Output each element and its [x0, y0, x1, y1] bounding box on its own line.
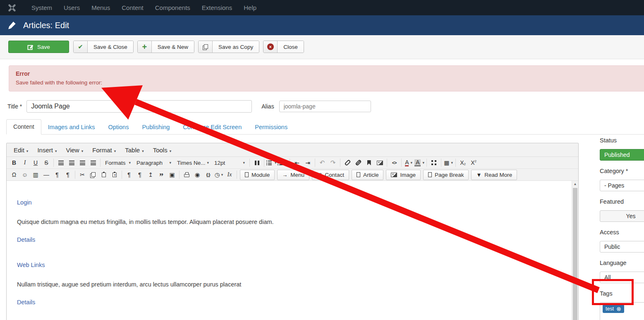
indent-icon[interactable]: ⇥: [303, 158, 313, 168]
editor-menu-format[interactable]: Format▾: [88, 147, 120, 154]
visual-chars-icon[interactable]: ¶: [124, 170, 134, 180]
tab-options[interactable]: Options: [101, 120, 135, 135]
align-right-icon[interactable]: [77, 158, 87, 168]
pagebreak-button[interactable]: Page Break: [423, 170, 469, 180]
editor-scrollbar[interactable]: ▲: [572, 181, 578, 320]
menu-item-users[interactable]: Users: [58, 0, 86, 15]
editor-menu-insert[interactable]: Insert▾: [33, 147, 61, 154]
align-center-icon[interactable]: [67, 158, 77, 168]
code-sample-icon[interactable]: {;}: [203, 170, 213, 180]
insert-image-icon[interactable]: [375, 158, 385, 168]
insert-link-icon[interactable]: [342, 158, 352, 168]
visual-blocks-icon[interactable]: ¶: [135, 170, 145, 180]
article-button[interactable]: Article: [352, 170, 384, 180]
tab-images-and-links[interactable]: Images and Links: [41, 120, 102, 135]
copy-icon[interactable]: [88, 170, 98, 180]
clear-formatting-icon[interactable]: Ix: [225, 170, 235, 180]
tags-input[interactable]: test ⊗: [600, 302, 644, 320]
text-color-icon[interactable]: A▾: [404, 158, 414, 168]
save-button[interactable]: Save: [8, 41, 69, 53]
editor-details-link[interactable]: Details: [17, 299, 562, 306]
joomla-logo-icon[interactable]: [6, 3, 18, 12]
status-select[interactable]: Published: [600, 149, 644, 161]
outdent-icon[interactable]: ⇤: [292, 158, 302, 168]
anchor-icon[interactable]: [364, 158, 374, 168]
editor-content-link[interactable]: Web Links: [17, 262, 562, 268]
align-justify-icon[interactable]: [88, 158, 98, 168]
editor-details-link[interactable]: Details: [17, 236, 562, 243]
image-button[interactable]: Image: [386, 170, 421, 180]
emoticons-icon[interactable]: ☺: [20, 170, 30, 180]
insert-media-icon[interactable]: ▥: [31, 170, 41, 180]
save-and-close-button[interactable]: ✔ Save & Close: [73, 41, 134, 53]
strikethrough-icon[interactable]: S: [41, 158, 51, 168]
tab-permissions[interactable]: Permissions: [248, 120, 294, 135]
tab-configure-edit-screen[interactable]: Configure Edit Screen: [176, 120, 248, 135]
bullet-list-icon[interactable]: ▾: [266, 158, 277, 168]
save-as-copy-button[interactable]: Save as Copy: [198, 41, 259, 53]
search-replace-icon[interactable]: [252, 158, 262, 168]
unlink-icon[interactable]: [353, 158, 363, 168]
menu-item-system[interactable]: System: [26, 0, 58, 15]
caret-down-icon: ▾: [275, 161, 277, 165]
alias-input[interactable]: [279, 101, 371, 112]
background-color-icon[interactable]: A▾: [414, 158, 424, 168]
formats-dropdown[interactable]: Formats▾: [103, 158, 133, 168]
special-character-icon[interactable]: Ω: [9, 170, 19, 180]
cut-icon[interactable]: ✂: [77, 170, 87, 180]
close-button[interactable]: × Close: [263, 41, 304, 53]
font-family-dropdown[interactable]: Times Ne...▾: [175, 158, 211, 168]
blockquote-icon[interactable]: ”: [156, 170, 166, 180]
ltr-icon[interactable]: ¶: [52, 170, 62, 180]
paste-as-text-icon[interactable]: [110, 170, 120, 180]
insert-table-icon[interactable]: ▦▾: [443, 158, 453, 168]
editor-menu-view[interactable]: View▾: [61, 147, 88, 154]
access-select[interactable]: Public: [600, 241, 644, 253]
redo-icon[interactable]: ↷: [328, 158, 338, 168]
scroll-up-icon[interactable]: ▲: [572, 181, 578, 187]
subscript-icon[interactable]: X: [458, 158, 468, 168]
menu-item-extensions[interactable]: Extensions: [196, 0, 238, 15]
underline-icon[interactable]: U: [31, 158, 41, 168]
category-select[interactable]: - Pages: [600, 180, 644, 191]
print-icon[interactable]: [182, 170, 192, 180]
paste-icon[interactable]: [99, 170, 109, 180]
language-select[interactable]: All: [600, 272, 644, 283]
template-icon[interactable]: ▣: [167, 170, 177, 180]
nonbreaking-space-icon[interactable]: ↥: [146, 170, 156, 180]
title-input[interactable]: [26, 100, 252, 113]
editor-menu-edit[interactable]: Edit▾: [9, 147, 33, 154]
numbered-list-icon[interactable]: ▾: [278, 158, 288, 168]
editor-menu-table[interactable]: Table▾: [120, 147, 148, 154]
horizontal-rule-icon[interactable]: —: [41, 170, 51, 180]
undo-icon[interactable]: ↶: [317, 158, 327, 168]
tab-publishing[interactable]: Publishing: [135, 120, 176, 135]
scrollbar-thumb[interactable]: [573, 188, 577, 320]
contact-button[interactable]: ▤Contact: [312, 170, 349, 180]
font-size-dropdown[interactable]: 12pt▾: [212, 158, 247, 168]
featured-toggle[interactable]: Yes: [600, 210, 644, 222]
source-code-icon[interactable]: <>: [389, 158, 399, 168]
tab-content[interactable]: Content: [6, 119, 41, 135]
remove-tag-icon[interactable]: ⊗: [616, 306, 621, 312]
module-button[interactable]: Module: [240, 170, 275, 180]
superscript-icon[interactable]: X: [469, 158, 479, 168]
rtl-icon[interactable]: ¶: [63, 170, 73, 180]
editor-menu-tools[interactable]: Tools▾: [148, 147, 176, 154]
menu-button[interactable]: →Menu: [277, 170, 309, 180]
italic-icon[interactable]: I: [20, 158, 30, 168]
menu-item-menus[interactable]: Menus: [86, 0, 116, 15]
menu-item-help[interactable]: Help: [238, 0, 262, 15]
menu-item-components[interactable]: Components: [149, 0, 196, 15]
save-and-new-button[interactable]: + Save & New: [137, 41, 194, 53]
preview-icon[interactable]: ◉: [192, 170, 202, 180]
readmore-button[interactable]: ▼Read More: [471, 170, 517, 180]
fullscreen-icon[interactable]: [429, 158, 439, 168]
paragraph-dropdown[interactable]: Paragraph▾: [134, 158, 174, 168]
bold-icon[interactable]: B: [9, 158, 19, 168]
editor-content-link[interactable]: Login: [17, 199, 562, 206]
align-left-icon[interactable]: [56, 158, 66, 168]
editor-content-area[interactable]: Login Quisque dictum magna eu metus frin…: [7, 181, 578, 320]
insert-datetime-icon[interactable]: ◷▾: [214, 170, 224, 180]
menu-item-content[interactable]: Content: [116, 0, 149, 15]
